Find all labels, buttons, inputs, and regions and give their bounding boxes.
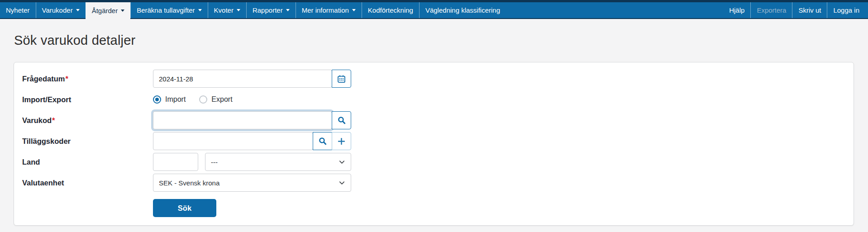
nav-label: Exportera (757, 6, 786, 14)
nav-item-logga-in[interactable]: Logga in (827, 2, 865, 18)
import-export-row: Import/Export Import Export (14, 90, 854, 109)
chevron-down-icon (76, 9, 80, 11)
chevron-down-icon (352, 9, 356, 11)
varukod-label: Varukod* (22, 116, 153, 125)
valutaenhet-row: Valutaenhet SEK - Svensk krona (14, 174, 854, 192)
chevron-down-icon (286, 9, 290, 11)
nav-item-kvoter[interactable]: Kvoter (208, 2, 246, 18)
nav-label: Skriv ut (798, 6, 821, 14)
import-export-label: Import/Export (22, 95, 153, 104)
navbar-left-group: Nyheter Varukoder Åtgärder Beräkna tulla… (0, 2, 506, 18)
search-icon (338, 116, 346, 124)
plus-icon (338, 137, 345, 145)
nav-label: Hjälp (729, 6, 744, 14)
nav-label: Vägledning klassificering (425, 6, 500, 14)
search-form-panel: Frågedatum* Import/Export (14, 62, 854, 226)
nav-item-atgarder[interactable]: Åtgärder (86, 2, 131, 19)
nav-item-mer-information[interactable]: Mer information (296, 2, 362, 18)
land-code-input[interactable] (153, 153, 198, 171)
varukod-input[interactable] (153, 111, 332, 129)
nav-label: Mer information (302, 6, 349, 14)
nav-item-berakna-tullavgifter[interactable]: Beräkna tullavgifter (130, 2, 207, 18)
radio-import-label: Import (165, 95, 186, 104)
radio-dot (155, 98, 159, 101)
search-icon (319, 137, 327, 145)
fragedatum-row: Frågedatum* (14, 70, 854, 88)
tillaggskoder-label: Tilläggskoder (22, 137, 153, 146)
nav-item-skriv-ut[interactable]: Skriv ut (792, 2, 827, 18)
nav-label: Logga in (833, 6, 859, 14)
nav-item-nyheter[interactable]: Nyheter (0, 2, 36, 18)
radio-option-export[interactable]: Export (199, 95, 232, 104)
calendar-icon (338, 75, 345, 83)
radio-import[interactable] (153, 95, 161, 104)
nav-label: Varukoder (42, 6, 73, 14)
chevron-down-icon (339, 180, 345, 186)
valutaenhet-select-value: SEK - Svensk krona (159, 179, 339, 187)
land-select[interactable]: --- (205, 153, 351, 171)
tillaggskoder-add-button[interactable] (332, 132, 351, 150)
nav-label: Nyheter (6, 6, 30, 14)
valutaenhet-select[interactable]: SEK - Svensk krona (153, 174, 351, 192)
land-select-value: --- (211, 158, 339, 166)
fragedatum-input[interactable] (153, 70, 332, 88)
tillaggskoder-search-button[interactable] (313, 132, 332, 150)
nav-item-hjalp[interactable]: Hjälp (723, 2, 750, 18)
submit-row: Sök (14, 194, 854, 217)
chevron-down-icon (198, 9, 202, 11)
main-navbar: Nyheter Varukoder Åtgärder Beräkna tulla… (0, 2, 868, 18)
land-row: Land --- (14, 153, 854, 171)
radio-export-label: Export (211, 95, 232, 104)
varukod-row: Varukod* (14, 111, 854, 129)
required-asterisk: * (65, 75, 68, 83)
calendar-button[interactable] (332, 70, 351, 88)
nav-label: Kodförteckning (368, 6, 413, 14)
varukod-search-button[interactable] (332, 111, 351, 129)
sok-button[interactable]: Sök (153, 199, 216, 217)
nav-label: Rapporter (253, 6, 283, 14)
nav-item-kodforteckning[interactable]: Kodförteckning (362, 2, 419, 18)
required-asterisk: * (52, 116, 55, 124)
nav-item-exportera: Exportera (750, 2, 792, 18)
nav-item-varukoder[interactable]: Varukoder (36, 2, 86, 18)
chevron-down-icon (339, 159, 345, 166)
chevron-down-icon (237, 9, 240, 11)
navbar-right-group: Hjälp Exportera Skriv ut Logga in (723, 2, 868, 18)
tillaggskoder-row: Tilläggskoder (14, 132, 854, 150)
nav-item-vagledning-klassificering[interactable]: Vägledning klassificering (419, 2, 506, 18)
radio-export[interactable] (199, 95, 207, 104)
radio-option-import[interactable]: Import (153, 95, 186, 104)
valutaenhet-label: Valutaenhet (22, 179, 153, 187)
nav-label: Beräkna tullavgifter (137, 6, 195, 14)
nav-label: Kvoter (214, 6, 234, 14)
land-label: Land (22, 158, 153, 166)
chevron-down-icon (121, 9, 124, 12)
fragedatum-label: Frågedatum* (22, 75, 153, 83)
nav-item-rapporter[interactable]: Rapporter (246, 2, 296, 18)
page-title: Sök varukod detaljer (14, 33, 854, 48)
nav-label: Åtgärder (92, 7, 118, 14)
tillaggskoder-input[interactable] (153, 132, 313, 150)
